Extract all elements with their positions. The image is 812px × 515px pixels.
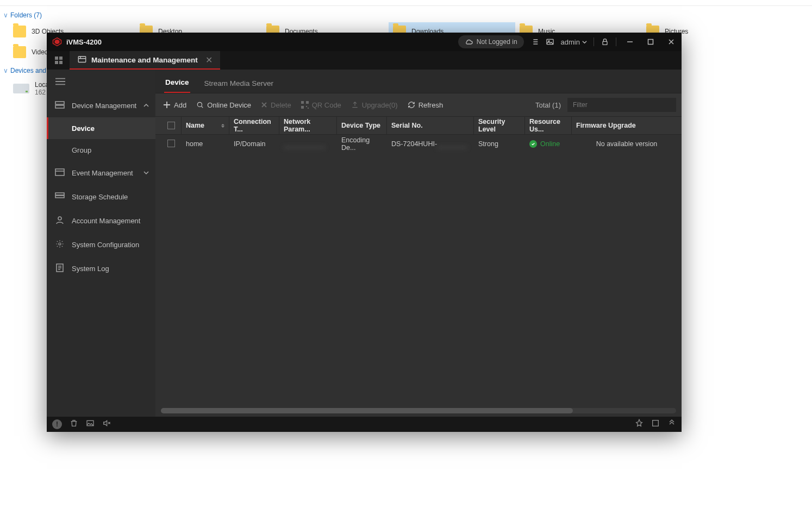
alert-icon[interactable]: !	[52, 419, 62, 429]
page-tab-device[interactable]: Device	[164, 73, 190, 93]
svg-rect-11	[55, 102, 64, 104]
cell-firmware-upgrade: No available version	[572, 140, 682, 148]
app-title: iVMS-4200	[66, 38, 102, 46]
svg-point-19	[197, 102, 202, 106]
sidebar-item-account-management[interactable]: Account Management	[47, 209, 155, 233]
svg-point-17	[59, 243, 61, 245]
horizontal-scrollbar[interactable]	[161, 408, 676, 413]
cell-name: home	[182, 140, 229, 148]
table-row[interactable]: home IP/Domain ___________ Encoding De..…	[155, 135, 682, 153]
titlebar: iVMS-4200 Not Logged in admin	[47, 33, 682, 51]
add-button[interactable]: Add	[163, 101, 186, 109]
login-status-pill[interactable]: Not Logged in	[458, 35, 524, 48]
table-header: Name Connection T... Network Param... De…	[155, 116, 682, 135]
svg-rect-10	[78, 56, 86, 62]
qr-code-button[interactable]: QR Code	[301, 101, 341, 109]
svg-rect-14	[55, 193, 64, 195]
toolbar: Add Online Device Delete QR Code Upgrade…	[155, 93, 682, 116]
svg-rect-4	[603, 41, 607, 45]
svg-rect-15	[55, 196, 64, 198]
col-header-device-type[interactable]: Device Type	[337, 117, 387, 134]
svg-rect-8	[55, 61, 58, 64]
folder-icon	[13, 26, 26, 37]
statusbar: !	[47, 417, 682, 432]
sidebar-collapse-button[interactable]	[47, 70, 155, 93]
main-panel: Device Stream Media Server Add Online De…	[155, 70, 682, 417]
trash-icon[interactable]	[70, 419, 78, 430]
list-icon[interactable]	[530, 37, 539, 46]
svg-rect-22	[301, 106, 304, 109]
filter-input[interactable]	[567, 98, 676, 112]
svg-rect-12	[55, 105, 64, 108]
chevron-down-icon	[143, 169, 149, 177]
module-tab-maintenance[interactable]: Maintenance and Management ✕	[70, 51, 220, 70]
row-checkbox[interactable]	[167, 140, 175, 147]
folder-icon	[13, 46, 26, 58]
cell-resource-usage: Online	[525, 140, 572, 148]
drive-icon	[13, 84, 29, 93]
storage-icon	[54, 192, 65, 202]
col-header-name[interactable]: Name	[182, 117, 229, 134]
svg-rect-9	[59, 61, 63, 64]
cloud-icon	[465, 37, 473, 46]
col-header-network-param[interactable]: Network Param...	[279, 117, 337, 134]
svg-rect-23	[306, 106, 307, 107]
select-all-checkbox[interactable]	[167, 122, 175, 129]
ivms-app-window: iVMS-4200 Not Logged in admin Maintenanc…	[47, 33, 682, 432]
online-device-button[interactable]: Online Device	[196, 101, 251, 109]
sidebar-item-system-log[interactable]: System Log	[47, 256, 155, 280]
sidebar-item-storage-schedule[interactable]: Storage Schedule	[47, 185, 155, 209]
maximize-button[interactable]	[644, 35, 658, 49]
refresh-button[interactable]: Refresh	[408, 101, 444, 109]
event-icon	[54, 168, 65, 178]
svg-rect-5	[648, 40, 653, 45]
sidebar: Device Management Device Group Event Man…	[47, 70, 155, 417]
sidebar-item-device-management[interactable]: Device Management	[47, 93, 155, 117]
col-header-resource-usage[interactable]: Resource Us...	[525, 117, 572, 134]
svg-rect-13	[55, 169, 64, 175]
col-header-firmware-upgrade[interactable]: Firmware Upgrade	[572, 117, 682, 134]
image-icon[interactable]	[546, 37, 554, 46]
pin-icon[interactable]	[635, 419, 644, 430]
minimize-button[interactable]	[623, 35, 637, 49]
svg-point-16	[58, 217, 61, 220]
col-header-connection-type[interactable]: Connection T...	[229, 117, 279, 134]
close-tab-icon[interactable]: ✕	[205, 55, 213, 65]
cell-network-param: ___________	[279, 140, 337, 148]
picture-icon[interactable]	[86, 419, 95, 430]
cell-security-level: Strong	[474, 140, 525, 148]
cell-device-type: Encoding De...	[337, 136, 387, 152]
page-tab-stream-media-server[interactable]: Stream Media Server	[203, 74, 275, 93]
svg-rect-6	[55, 56, 58, 60]
page-tabs: Device Stream Media Server	[155, 70, 682, 93]
sidebar-sub-group[interactable]: Group	[47, 139, 155, 161]
explorer-folders-header[interactable]: ∨Folders (7)	[0, 6, 812, 20]
sidebar-item-system-configuration[interactable]: System Configuration	[47, 233, 155, 256]
col-header-serial-no[interactable]: Serial No.	[387, 117, 474, 134]
delete-button[interactable]: Delete	[261, 101, 291, 109]
sidebar-sub-device[interactable]: Device	[47, 117, 155, 139]
chevron-up-icon	[143, 102, 149, 110]
lock-icon[interactable]	[601, 37, 609, 46]
mute-icon[interactable]	[102, 419, 111, 430]
cell-serial-no: DS-7204HUHI-________	[387, 140, 474, 148]
table-empty-area	[155, 153, 682, 417]
upgrade-button[interactable]: Upgrade(0)	[351, 101, 398, 109]
sort-icon	[221, 124, 224, 128]
module-tabstrip: Maintenance and Management ✕	[47, 51, 682, 70]
account-icon	[54, 216, 65, 226]
cell-connection-type: IP/Domain	[229, 140, 279, 148]
app-logo-icon	[52, 37, 62, 47]
sidebar-item-event-management[interactable]: Event Management	[47, 161, 155, 185]
collapse-up-icon[interactable]	[667, 419, 676, 430]
close-button[interactable]	[664, 35, 678, 49]
svg-rect-7	[59, 56, 63, 60]
device-management-icon	[54, 101, 65, 110]
restore-layout-icon[interactable]	[651, 419, 660, 430]
user-dropdown[interactable]: admin	[561, 37, 587, 46]
modules-grid-button[interactable]	[51, 53, 66, 68]
svg-rect-20	[301, 101, 304, 104]
col-header-security-level[interactable]: Security Level	[474, 117, 525, 134]
log-icon	[54, 263, 65, 274]
gear-icon	[54, 240, 65, 250]
